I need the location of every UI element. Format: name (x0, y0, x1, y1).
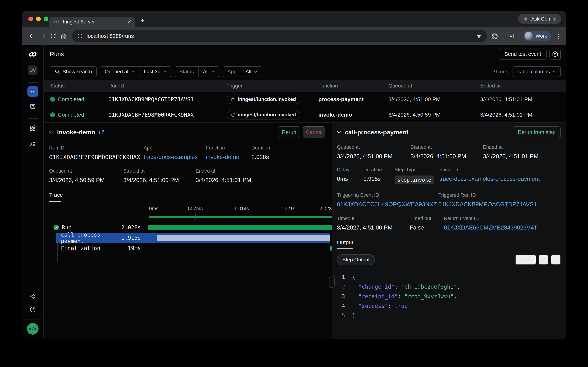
browser-menu-icon[interactable]: ⋮ (555, 33, 562, 39)
window-close-button[interactable] (28, 17, 33, 21)
tab-trace[interactable]: Trace (49, 192, 63, 198)
col-run-id: Run ID (108, 83, 227, 89)
trace-delay-line (148, 238, 157, 238)
bookmark-star-icon[interactable] (476, 33, 482, 39)
trigger-badge[interactable]: inngest/function.invoked (227, 95, 300, 104)
copy-button[interactable]: Copy (515, 255, 536, 265)
sidebar-divider (28, 118, 38, 119)
status-filter-select[interactable]: All (199, 67, 219, 76)
col-status: Status (50, 83, 108, 89)
table-row[interactable]: Completed 01KJXDACBF7E98M00RAFCK9HAX inn… (44, 107, 566, 123)
sidebar-item-runs[interactable] (27, 86, 38, 97)
field-function: Function invoke-demo (206, 145, 251, 161)
trigger-badge[interactable]: inngest/function.invoked (227, 110, 300, 119)
function-link[interactable]: invoke-demo (206, 154, 251, 160)
rerun-button[interactable]: Rerun (278, 126, 300, 138)
table-row[interactable]: Completed 01KJXDACKB9MPQACGTDP7JAVS1 inn… (44, 92, 566, 107)
page-title: Runs (50, 51, 64, 58)
runs-table-header: Status Run ID Trigger Function Queued at… (44, 80, 566, 92)
return-event-link[interactable]: 01KJXDAE66CMZMB28439023V4T (444, 224, 537, 231)
tab-title: Inngest Server (63, 19, 124, 25)
trace-step-duration: 1.915s (121, 235, 141, 241)
expand-button[interactable] (551, 255, 561, 265)
settings-button[interactable] (549, 49, 561, 60)
trace-bar (148, 225, 332, 230)
chevron-down-icon (254, 70, 257, 73)
help-icon[interactable] (27, 304, 38, 315)
app-badge-dv[interactable]: DV (28, 66, 37, 75)
field-step-function: Function trace-docs-examples-process-pay… (439, 167, 540, 184)
window-minimize-button[interactable] (36, 17, 41, 21)
time-range-label: Last 3d (144, 69, 161, 75)
external-link-icon[interactable] (99, 129, 104, 135)
browser-tab[interactable]: Inngest Server ✕ (50, 17, 135, 27)
triggered-run-link[interactable]: 01KJXDACKB9MPQACGTDP7JAVS1 (438, 201, 537, 208)
tab-close-icon[interactable]: ✕ (127, 19, 131, 25)
extensions-icon[interactable] (492, 33, 498, 39)
sidebar-item-functions[interactable] (27, 139, 38, 150)
function-cell: process-payment (318, 96, 388, 102)
col-function: Function (318, 83, 388, 89)
trace-row[interactable]: call-process-payment 1.915s (49, 233, 332, 243)
trace-row[interactable]: Run 2.028s (49, 222, 332, 233)
step-type-badge: step.invoke (395, 175, 434, 184)
home-icon[interactable] (60, 33, 67, 39)
rerun-from-step-button[interactable]: Rerun from step (513, 126, 561, 138)
share-icon[interactable] (27, 291, 38, 302)
field-timed-out: Timed out False (410, 216, 444, 231)
step-output-code: 1 { 2 "charge_id": "ch_1abc2def3ghi", 3 … (337, 272, 566, 320)
collapse-chevron-icon[interactable] (337, 131, 342, 134)
cancel-button[interactable]: Cancel (303, 126, 325, 138)
new-tab-button[interactable]: + (140, 16, 145, 25)
avatar (525, 32, 533, 40)
panel-resize-handle[interactable] (329, 275, 335, 288)
trigger-label: inngest/function.invoked (238, 97, 296, 102)
tab-output[interactable]: Output (337, 239, 353, 245)
site-info-icon[interactable] (77, 33, 83, 39)
code-text: "charge_id": "ch_1abc2def3ghi", (352, 284, 460, 290)
axis-tick-label: 1.014s (234, 206, 249, 211)
chevron-down-icon (211, 70, 215, 73)
back-icon[interactable] (29, 33, 35, 39)
status-filter: Status All (175, 66, 220, 77)
collapse-chevron-icon[interactable] (49, 131, 54, 134)
status-dot (50, 112, 55, 117)
profile-button[interactable]: Work (523, 31, 551, 41)
axis-tick-label: 1.521s (281, 206, 295, 211)
time-field-select[interactable]: Queued at (100, 67, 139, 76)
time-range-select[interactable]: Last 3d (140, 67, 171, 76)
table-columns-button[interactable]: Table columns (513, 66, 561, 77)
word-wrap-button[interactable] (538, 255, 548, 265)
sidebar-item-apps[interactable] (27, 123, 38, 133)
app-link[interactable]: trace-docs-examples (144, 154, 206, 160)
send-test-event-button[interactable]: Send test event (499, 49, 547, 60)
chevron-down-icon (163, 70, 167, 73)
forward-icon[interactable] (39, 33, 46, 39)
url-bar[interactable]: localhost:8288/runs (72, 30, 487, 42)
step-output-tab[interactable]: Step Output (337, 254, 375, 265)
reload-icon[interactable] (50, 33, 56, 39)
step-function-link[interactable]: trace-docs-examples-process-payment (439, 175, 540, 182)
sidebar-divider (28, 82, 38, 83)
line-number: 2 (337, 284, 352, 290)
triggering-event-link[interactable]: 01KJXDACEC6H49QRQXWEA93NXZ (337, 201, 438, 208)
ask-gemini-button[interactable]: Ask Gemini (518, 14, 561, 24)
app-filter-select[interactable]: All (241, 67, 262, 76)
dev-mode-button[interactable]: </> (27, 323, 39, 335)
event-icon (231, 112, 236, 117)
show-search-button[interactable]: Show search (50, 66, 97, 77)
trace-minimap[interactable] (149, 214, 334, 220)
line-number: 4 (337, 303, 352, 309)
sidebar-item-events[interactable] (27, 101, 38, 112)
sidebar-bottom: </> (22, 319, 43, 339)
time-field-label: Queued at (105, 69, 129, 75)
trace-row[interactable]: Finalization 19ms (49, 243, 332, 253)
side-panel-search-icon[interactable] (507, 33, 514, 40)
window-zoom-button[interactable] (44, 17, 48, 21)
col-ended-at: Ended at (480, 83, 566, 89)
step-detail-panel: call-process-payment Rerun from step Que… (332, 123, 566, 339)
run-id-cell: 01KJXDACBF7E98M00RAFCK9HAX (108, 112, 227, 118)
inngest-favicon (53, 20, 60, 24)
field-app: App trace-docs-examples (144, 145, 206, 161)
browser-tabstrip: Inngest Server ✕ + Ask Gemini (22, 11, 566, 27)
